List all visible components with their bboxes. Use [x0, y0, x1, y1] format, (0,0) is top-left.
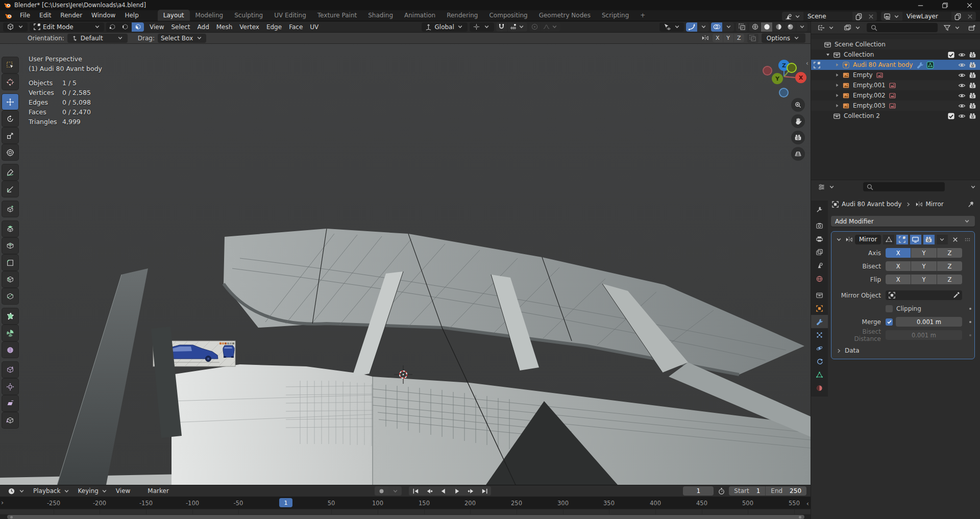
flip-toggle-button[interactable]: X [886, 275, 911, 284]
properties-tab[interactable] [811, 368, 828, 381]
drag-grip-icon[interactable] [963, 235, 971, 243]
outliner-row[interactable]: Collection [811, 50, 980, 60]
eyedropper-icon[interactable] [952, 291, 960, 300]
row-label[interactable]: Collection 2 [842, 112, 881, 119]
autokey-dropdown[interactable] [388, 486, 402, 496]
caret-down-icon[interactable] [824, 51, 831, 59]
tool-button[interactable] [2, 111, 18, 127]
outliner-editor-type-button[interactable] [814, 23, 838, 32]
new-collection-button[interactable] [966, 23, 977, 32]
animate-dot[interactable] [969, 321, 971, 323]
scene-name[interactable]: Scene [803, 12, 852, 21]
camera-icon[interactable] [968, 112, 976, 120]
snap-base-toggle[interactable] [747, 34, 758, 43]
show-in-render-toggle[interactable] [923, 235, 935, 244]
tool-button[interactable] [2, 255, 18, 270]
bisect-distance-field[interactable]: 0.001 m [886, 330, 962, 340]
timeline-collapse-arrow[interactable]: ‹ [806, 500, 809, 507]
clipping-checkbox[interactable] [886, 305, 893, 312]
breadcrumb-object[interactable]: Audi 80 Avant body [842, 201, 901, 208]
outliner-row[interactable]: Empty.003 [811, 101, 980, 111]
axis-toggle-button[interactable]: X [886, 248, 911, 258]
mirror-object-field[interactable] [886, 290, 962, 300]
properties-search-input[interactable] [863, 182, 945, 191]
bisect-toggle-button[interactable]: Z [937, 261, 962, 271]
eye-icon[interactable] [958, 51, 966, 59]
transport-button[interactable] [478, 486, 491, 496]
tool-button[interactable] [2, 164, 18, 180]
flip-toggle-button[interactable]: Z [937, 275, 962, 284]
check-icon[interactable] [947, 112, 955, 120]
transport-button[interactable] [436, 486, 450, 496]
eye-icon[interactable] [958, 102, 966, 110]
proportional-editing-toggle[interactable] [529, 22, 541, 32]
eye-icon[interactable] [958, 91, 966, 100]
workspace-tab[interactable]: Sculpting [229, 10, 268, 21]
timeline-menu-item[interactable]: View [112, 486, 144, 496]
viewlayer-remove-button[interactable] [964, 12, 976, 21]
timeline-editor-type-button[interactable] [4, 486, 29, 496]
row-label[interactable]: Empty.002 [851, 92, 887, 99]
properties-tab[interactable] [811, 219, 828, 232]
workspace-tab[interactable]: Shading [362, 10, 399, 21]
viewlayer-browse-button[interactable] [881, 12, 902, 21]
timeline-scrollbar[interactable] [0, 514, 811, 519]
properties-tab[interactable] [811, 341, 828, 355]
pin-icon[interactable] [967, 200, 975, 208]
tool-button[interactable] [2, 128, 18, 143]
menu-item[interactable]: Edit [35, 10, 56, 20]
workspace-tab[interactable]: Scripting [596, 10, 634, 21]
row-label[interactable]: Empty.003 [851, 102, 887, 109]
workspace-tab[interactable]: UV Editing [268, 10, 312, 21]
close-button[interactable] [959, 0, 980, 10]
merge-value-field[interactable]: 0.001 m [896, 317, 962, 327]
chevron-down-icon[interactable] [969, 183, 977, 191]
timeline-menu-item[interactable]: Marker [144, 486, 182, 496]
wireframe-shading-button[interactable] [749, 22, 761, 32]
tool-button[interactable] [2, 201, 18, 217]
flip-toggle-button[interactable]: Y [911, 275, 936, 284]
mirror-axis-button[interactable]: Z [734, 34, 744, 42]
show-in-editmode-toggle[interactable] [896, 235, 908, 244]
tool-button[interactable] [2, 412, 18, 428]
mirror-axis-button[interactable]: Y [723, 34, 733, 42]
menu-item[interactable]: Face [285, 22, 306, 32]
menu-item[interactable]: Help [120, 10, 143, 20]
timeline-menu-item[interactable]: Keying [75, 486, 112, 496]
blender-menu-icon[interactable] [4, 12, 12, 20]
properties-tab[interactable] [811, 355, 828, 368]
workspace-tab[interactable]: Rendering [441, 10, 483, 21]
snap-toggle[interactable] [496, 22, 507, 32]
xray-toggle[interactable] [736, 22, 747, 32]
expand-caret-icon[interactable] [824, 112, 831, 120]
mode-dropdown[interactable]: Edit Mode [30, 22, 104, 32]
show-on-cage-toggle[interactable] [883, 235, 894, 244]
camera-view-button[interactable] [791, 131, 805, 144]
show-gizmo-toggle[interactable] [686, 22, 697, 32]
show-overlays-toggle[interactable] [711, 22, 722, 32]
tool-button[interactable] [2, 271, 18, 287]
animate-dot[interactable] [969, 308, 971, 310]
tool-button[interactable] [2, 57, 18, 73]
menu-item[interactable]: Edge [263, 22, 285, 32]
scene-browse-button[interactable] [782, 12, 803, 21]
tool-button[interactable] [2, 221, 18, 237]
gizmo-dropdown[interactable] [698, 22, 709, 32]
tool-button[interactable] [2, 144, 18, 160]
end-frame-field[interactable]: End250 [765, 486, 806, 496]
tool-button[interactable] [2, 308, 18, 324]
solid-shading-button[interactable] [761, 22, 772, 32]
tool-button[interactable] [2, 362, 18, 378]
transport-button[interactable] [423, 486, 436, 496]
check-icon[interactable] [947, 51, 955, 59]
shading-dropdown[interactable] [796, 22, 807, 32]
workspace-tab[interactable]: Animation [399, 10, 441, 21]
gizmo-x-axis-negative[interactable] [763, 66, 772, 76]
transport-button[interactable] [450, 486, 463, 496]
timeline-track-area[interactable] [0, 509, 811, 514]
outliner-row[interactable]: Audi 80 Avant body [811, 60, 980, 70]
workspace-tab[interactable]: Texture Paint [312, 10, 362, 21]
axis-toggle-button[interactable]: Y [911, 248, 936, 258]
falloff-dropdown[interactable] [541, 22, 560, 32]
transform-orientation-dropdown[interactable]: Global [422, 22, 468, 32]
